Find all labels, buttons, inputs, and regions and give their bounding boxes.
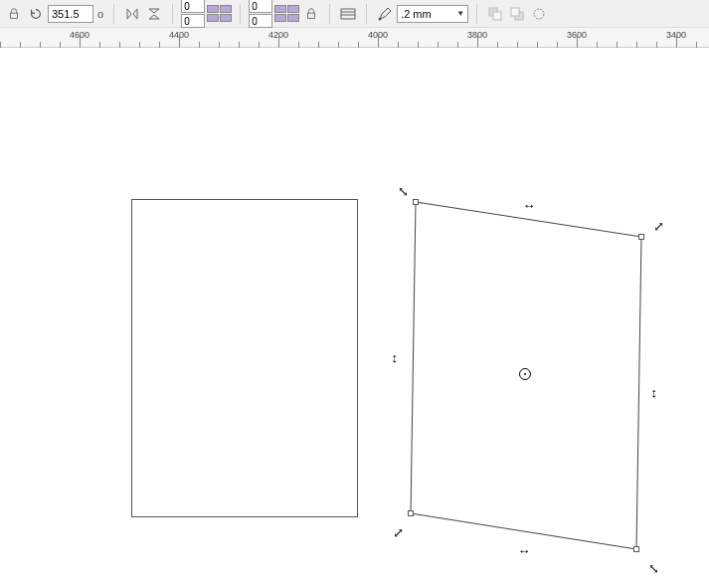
nudge-cell[interactable] xyxy=(287,14,299,22)
outline-group: .2 mm ▼ xyxy=(375,4,468,24)
mirror-horizontal-button[interactable] xyxy=(122,4,142,24)
arrange-group xyxy=(485,4,549,24)
nudge-buttons-a xyxy=(207,5,232,22)
nudge-cell[interactable] xyxy=(207,14,219,22)
ruler-tick xyxy=(80,34,81,48)
horizontal-ruler: 48004600440042004000380036003400 xyxy=(0,28,709,48)
rotate-handle[interactable]: ⤡ xyxy=(398,184,409,199)
ruler-tick xyxy=(179,34,180,48)
rotation-angle-input[interactable] xyxy=(48,5,93,23)
drawing-canvas[interactable]: ⤡⤡⤡⤡↔↕↔↕ xyxy=(0,48,709,588)
node-handle[interactable] xyxy=(413,199,419,205)
lock-icon[interactable] xyxy=(301,4,321,24)
ruler-tick xyxy=(378,34,379,48)
separator xyxy=(172,4,173,24)
nudge-cell[interactable] xyxy=(287,5,299,13)
to-back-button[interactable] xyxy=(507,4,527,24)
offset-b-group xyxy=(249,0,321,28)
separator xyxy=(476,4,477,24)
svg-rect-0 xyxy=(11,13,18,18)
rotate-handle[interactable]: ⤡ xyxy=(653,219,664,234)
nudge-cell[interactable] xyxy=(220,14,232,22)
mirror-vertical-button[interactable] xyxy=(144,4,164,24)
outline-pen-icon xyxy=(375,4,395,24)
mirror-group xyxy=(122,4,164,24)
skew-handle[interactable]: ↔ xyxy=(518,543,528,558)
offset-b-bottom-input[interactable] xyxy=(249,14,272,28)
rectangle-object[interactable] xyxy=(131,199,358,517)
rotation-center-marker[interactable] xyxy=(519,368,531,380)
offset-a-bottom-input[interactable] xyxy=(181,14,205,28)
rotation-group: o xyxy=(4,4,105,24)
wrap-text-button[interactable] xyxy=(338,4,358,24)
rotate-handle[interactable]: ⤡ xyxy=(648,561,659,576)
property-bar: o xyxy=(0,0,709,28)
ruler-tick xyxy=(577,34,578,48)
offset-b-top-input[interactable] xyxy=(249,0,272,13)
offset-a-top-input[interactable] xyxy=(181,0,205,13)
ruler-tick xyxy=(477,34,478,48)
svg-point-10 xyxy=(534,9,544,19)
separator xyxy=(329,4,330,24)
separator xyxy=(366,4,367,24)
degree-label: o xyxy=(95,8,105,20)
rotate-handle[interactable]: ⤡ xyxy=(393,525,404,540)
offset-a-group xyxy=(181,0,232,28)
skew-handle[interactable]: ↕ xyxy=(651,385,655,400)
nudge-cell[interactable] xyxy=(274,5,286,13)
to-front-button[interactable] xyxy=(485,4,505,24)
ruler-tick xyxy=(676,34,677,48)
rotate-icon xyxy=(26,4,46,24)
outline-width-dropdown[interactable]: .2 mm ▼ xyxy=(397,5,468,23)
skew-handle[interactable]: ↔ xyxy=(523,198,533,213)
node-handle[interactable] xyxy=(408,510,414,516)
ruler-tick xyxy=(278,34,279,48)
skew-handle[interactable]: ↕ xyxy=(392,350,396,365)
node-handle[interactable] xyxy=(638,234,644,240)
svg-rect-2 xyxy=(341,9,355,19)
svg-rect-7 xyxy=(493,12,501,20)
svg-point-5 xyxy=(379,17,382,20)
outline-width-value: .2 mm xyxy=(401,8,432,20)
separator xyxy=(113,4,114,24)
svg-rect-9 xyxy=(511,8,519,16)
nudge-cell[interactable] xyxy=(207,5,219,13)
node-handle[interactable] xyxy=(633,546,639,552)
nudge-cell[interactable] xyxy=(274,14,286,22)
nudge-buttons-b xyxy=(274,5,299,22)
separator xyxy=(240,4,241,24)
convert-to-curves-button[interactable] xyxy=(529,4,549,24)
nudge-cell[interactable] xyxy=(220,5,232,13)
lock-icon[interactable] xyxy=(4,4,24,24)
chevron-down-icon: ▼ xyxy=(456,9,464,18)
svg-rect-1 xyxy=(308,13,315,18)
